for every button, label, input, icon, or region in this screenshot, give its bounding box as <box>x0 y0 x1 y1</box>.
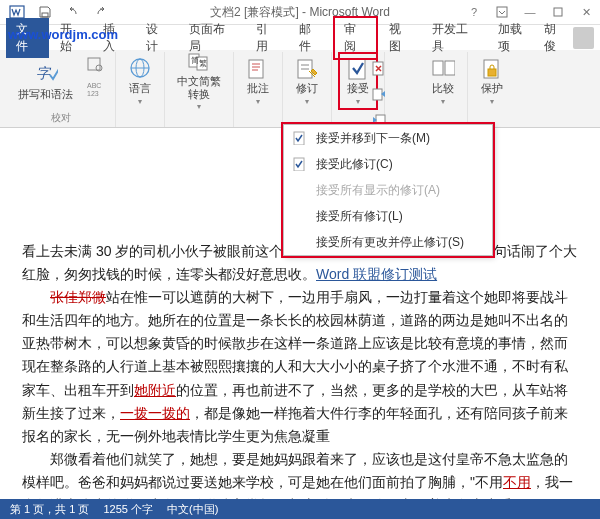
menu-label: 接受所有显示的修订(A) <box>316 182 440 199</box>
svg-text:123: 123 <box>87 90 99 97</box>
language-label: 语言 <box>129 82 151 94</box>
accept-icon <box>292 130 308 146</box>
tab-review[interactable]: 审阅 <box>333 16 378 60</box>
svg-text:繁: 繁 <box>199 59 207 68</box>
menubar: www.wordjm.com 文件 开始 插入 设计 页面布局 引用 邮件 审阅… <box>0 25 600 50</box>
accept-this[interactable]: 接受此修订(C) <box>284 151 492 177</box>
language-status[interactable]: 中文(中国) <box>167 502 218 517</box>
tab-addins[interactable]: 加载项 <box>489 18 542 58</box>
word-count[interactable]: 1255 个字 <box>103 502 153 517</box>
svg-rect-25 <box>373 89 382 100</box>
svg-rect-16 <box>249 60 263 78</box>
comments-label: 批注 <box>247 82 269 94</box>
spellcheck-label: 拼写和语法 <box>18 88 73 100</box>
svg-rect-3 <box>554 8 562 16</box>
tab-layout[interactable]: 页面布局 <box>180 18 244 58</box>
svg-rect-1 <box>42 13 48 17</box>
protect-button[interactable]: 保护 ▾ <box>474 52 510 110</box>
svg-rect-2 <box>497 7 507 17</box>
page-status[interactable]: 第 1 页，共 1 页 <box>10 502 89 517</box>
reject-icon[interactable] <box>365 56 393 80</box>
svg-rect-30 <box>488 69 496 76</box>
chevron-down-icon: ▾ <box>197 102 201 111</box>
accept-all-stop[interactable]: 接受所有更改并停止修订(S) <box>284 229 492 255</box>
revise-label: 修订 <box>296 82 318 94</box>
link[interactable]: Word 联盟修订测试 <box>316 266 437 282</box>
tab-view[interactable]: 视图 <box>380 18 421 58</box>
chevron-down-icon: ▾ <box>490 97 494 106</box>
ribbon: 字 拼写和语法 ABC123 校对 语言 ▾ 简繁 中文简繁 转换 ▾ 批注 ▾ <box>0 50 600 128</box>
chevron-down-icon: ▾ <box>305 97 309 106</box>
paragraph[interactable]: 张佳郑微站在惟一可以遮荫的大树下，一边用手扇风，一边打量着这个她即将要战斗和生活… <box>22 286 578 448</box>
comments-button[interactable]: 批注 ▾ <box>240 52 276 110</box>
menu-label: 接受所有修订(L) <box>316 208 403 225</box>
svg-text:简: 简 <box>191 56 199 65</box>
tab-developer[interactable]: 开发工具 <box>423 18 487 58</box>
tab-references[interactable]: 引用 <box>247 18 288 58</box>
menu-label: 接受并移到下一条(M) <box>316 130 430 147</box>
username[interactable]: 胡俊 <box>544 21 567 55</box>
translate-button[interactable]: 简繁 中文简繁 转换 ▾ <box>171 52 227 110</box>
group-proof-label: 校对 <box>51 111 71 127</box>
svg-rect-5 <box>88 58 100 70</box>
compare-button[interactable]: 比较 ▾ <box>425 52 461 110</box>
accept-all[interactable]: 接受所有修订(L) <box>284 203 492 229</box>
language-icon <box>128 56 152 80</box>
inserted-text[interactable]: 不用 <box>503 474 531 490</box>
protect-icon <box>480 56 504 80</box>
tab-design[interactable]: 设计 <box>137 18 178 58</box>
prev-icon[interactable] <box>365 82 393 106</box>
chevron-down-icon: ▾ <box>356 97 360 106</box>
accept-dropdown: 接受并移到下一条(M) 接受此修订(C) 接受所有显示的修订(A) 接受所有修订… <box>283 124 493 256</box>
spellcheck-icon: 字 <box>34 62 58 86</box>
inserted-text[interactable]: 一拨一拨的 <box>120 405 190 421</box>
accept-move-next[interactable]: 接受并移到下一条(M) <box>284 125 492 151</box>
comments-icon <box>246 56 270 80</box>
chevron-down-icon: ▾ <box>138 97 142 106</box>
svg-rect-27 <box>433 61 443 75</box>
svg-rect-23 <box>349 59 365 79</box>
svg-text:字: 字 <box>36 65 52 81</box>
chevron-down-icon: ▾ <box>441 97 445 106</box>
tab-mail[interactable]: 邮件 <box>290 18 331 58</box>
avatar[interactable] <box>573 27 594 49</box>
compare-icon <box>431 56 455 80</box>
revise-button[interactable]: 修订 ▾ <box>289 52 325 110</box>
accept-shown: 接受所有显示的修订(A) <box>284 177 492 203</box>
watermark: www.wordjm.com <box>8 27 118 42</box>
deleted-text[interactable]: 张佳郑微 <box>50 289 106 305</box>
close-icon[interactable]: ✕ <box>572 0 600 25</box>
spellcheck-button[interactable]: 字 拼写和语法 <box>12 52 79 110</box>
menu-label: 接受所有更改并停止修订(S) <box>316 234 464 251</box>
svg-rect-28 <box>445 61 455 75</box>
protect-label: 保护 <box>481 82 503 94</box>
statusbar: 第 1 页，共 1 页 1255 个字 中文(中国) <box>0 499 600 519</box>
menu-label: 接受此修订(C) <box>316 156 393 173</box>
inserted-text[interactable]: 她附近 <box>134 382 176 398</box>
compare-label: 比较 <box>432 82 454 94</box>
svg-text:ABC: ABC <box>87 82 101 89</box>
paragraph[interactable]: 郑微看着他们就笑了，她想，要是她妈妈跟着来了，应该也是这付皇帝不急太监急的模样吧… <box>22 448 578 499</box>
wordcount-icon[interactable]: ABC123 <box>81 77 109 101</box>
translate-label: 中文简繁 转换 <box>177 75 221 99</box>
accept-icon <box>292 156 308 172</box>
revise-icon <box>295 56 319 80</box>
language-button[interactable]: 语言 ▾ <box>122 52 158 110</box>
chevron-down-icon: ▾ <box>256 97 260 106</box>
